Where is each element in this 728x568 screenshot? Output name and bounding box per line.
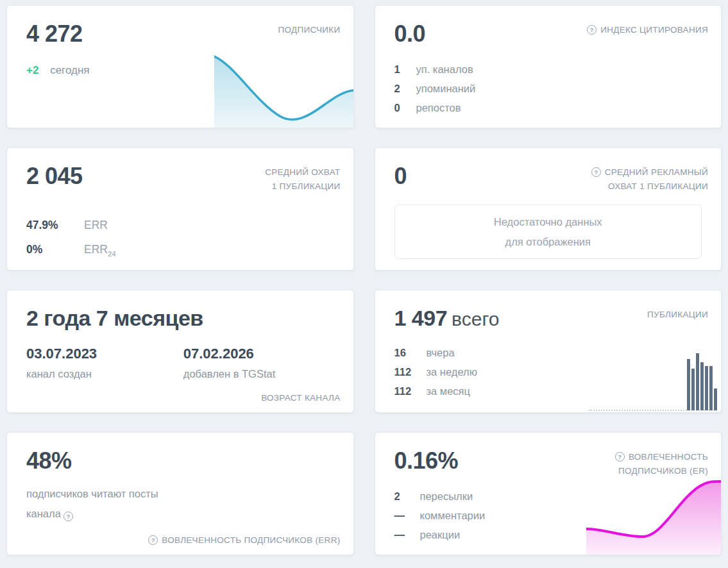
stat-value: 1 [394,63,416,76]
stat-label: за месяц [427,385,470,398]
err-subscript: 24 [108,249,116,257]
subscribers-title-label: ПОДПИСЧИКИ [278,23,340,37]
bar [705,366,708,410]
created-date-column: 03.07.2023 канал создан [26,346,183,380]
channel-dates: 03.07.2023 канал создан 07.02.2026 добав… [26,346,341,380]
card-title-subscribers: ПОДПИСЧИКИ [278,23,340,37]
er-title-line1: ВОВЛЕЧЕННОСТЬ [629,450,708,464]
stat-value: 0 [394,102,416,115]
help-icon[interactable]: ? [148,535,158,545]
card-er: 0.16% ? ВОВЛЕЧЕННОСТЬ ПОДПИСЧИКОВ (ER) 2… [375,432,722,555]
card-title-err: ? ВОВЛЕЧЕННОСТЬ ПОДПИСЧИКОВ (ERR) [148,535,340,545]
card-title-publications: ПУБЛИКАЦИИ [647,308,708,322]
stat-row: 112 за месяц [394,385,709,398]
subscribers-delta-label: сегодня [50,64,89,76]
average-reach-err-stats: 47.9% ERR 0% ERR24 [26,219,341,258]
publications-stats: 16 вчера 112 за неделю 112 за месяц [394,347,709,397]
stat-row: 2 упоминаний [394,83,709,96]
added-date-label: добавлен в TGStat [183,368,341,380]
bar [691,369,695,410]
err-label: ERR [84,219,108,234]
card-title-average-reach: СРЕДНИЙ ОХВАТ 1 ПУБЛИКАЦИИ [265,165,340,193]
average-reach-title-line1: СРЕДНИЙ ОХВАТ [265,165,340,180]
stat-label: пересылки [420,490,473,503]
subscribers-delta-value: +2 [26,64,38,76]
er-sparkline-chart [586,479,721,555]
stat-row: 47.9% ERR [26,219,341,234]
no-data-line1: Недостаточно данных [494,212,602,232]
publications-total-suffix: всего [452,308,499,330]
help-icon[interactable]: ? [615,452,625,462]
stat-value: 2 [394,490,420,503]
stat-value: — [394,510,420,522]
stat-value: 112 [394,366,427,379]
stat-row: 0 репостов [394,102,709,115]
channel-age-title-label: ВОЗРАСТ КАНАЛА [261,393,340,403]
err-percent: 47.9% [26,219,84,234]
err-title-label: ВОВЛЕЧЕННОСТЬ ПОДПИСЧИКОВ (ERR) [162,535,340,545]
card-average-reach: 2 045 СРЕДНИЙ ОХВАТ 1 ПУБЛИКАЦИИ 47.9% E… [6,147,354,271]
bar [696,353,699,410]
added-date-column: 07.02.2026 добавлен в TGStat [183,346,341,380]
err24-label: ERR24 [84,243,116,258]
subscribers-sparkline-chart [214,54,353,128]
help-icon[interactable]: ? [587,25,597,35]
bar [709,366,713,410]
card-citation-index: 0.0 ? ИНДЕКС ЦИТИРОВАНИЯ 1 уп. каналов 2… [375,5,722,128]
average-ad-reach-title-line1: СРЕДНИЙ РЕКЛАМНЫЙ [605,165,708,180]
err-description-line1: подписчиков читают посты [26,484,341,504]
created-date-label: канал создан [26,368,183,380]
stat-label: уп. каналов [416,63,473,76]
stat-row: 0% ERR24 [26,243,341,258]
stat-label: репостов [416,102,461,115]
stat-label: упоминаний [416,83,476,96]
publications-title-label: ПУБЛИКАЦИИ [647,308,708,322]
stat-value: 16 [394,347,427,360]
card-average-ad-reach: 0 ? СРЕДНИЙ РЕКЛАМНЫЙ ОХВАТ 1 ПУБЛИКАЦИИ… [375,147,722,271]
publications-total-value: 1 497 [394,306,448,330]
average-reach-title-line2: 1 ПУБЛИКАЦИИ [265,180,340,194]
stat-value: 2 [394,83,416,96]
card-title-average-ad-reach: ? СРЕДНИЙ РЕКЛАМНЫЙ ОХВАТ 1 ПУБЛИКАЦИИ [591,165,708,193]
bar [714,388,717,410]
card-title-channel-age: ВОЗРАСТ КАНАЛА [261,393,340,403]
stat-label: комментарии [420,510,486,522]
bar [687,359,690,410]
stat-label: реакции [420,529,461,542]
citation-index-stats: 1 уп. каналов 2 упоминаний 0 репостов [394,63,709,114]
card-title-er: ? ВОВЛЕЧЕННОСТЬ ПОДПИСЧИКОВ (ER) [615,450,708,478]
er-sparkline-fill [586,481,721,555]
created-date-value: 03.07.2023 [26,346,183,362]
err-value: 48% [26,448,341,474]
added-date-value: 07.02.2026 [183,346,341,362]
citation-index-title-label: ИНДЕКС ЦИТИРОВАНИЯ [600,23,708,37]
card-channel-age: 2 года 7 месяцев 03.07.2023 канал создан… [6,290,354,413]
card-title-citation-index: ? ИНДЕКС ЦИТИРОВАНИЯ [587,23,708,37]
stat-label: вчера [427,347,455,360]
card-publications: 1 497всего ПУБЛИКАЦИИ 16 вчера 112 за не… [375,290,722,413]
stat-row: 1 уп. каналов [394,63,709,76]
card-subscribers: 4 272 ПОДПИСЧИКИ +2 сегодня [6,5,354,128]
average-ad-reach-title-line2: ОХВАТ 1 ПУБЛИКАЦИИ [591,180,708,194]
channel-age-value: 2 года 7 месяцев [26,306,341,330]
stat-row: 16 вчера [394,347,709,360]
stat-label: за неделю [427,366,478,379]
stat-value: 112 [394,385,427,398]
card-err: 48% подписчиков читают посты канала? ? В… [6,432,354,555]
err-description-line2: канала? [26,504,341,524]
stat-row: 112 за неделю [394,366,709,379]
er-title-line2: ПОДПИСЧИКОВ (ER) [615,464,708,478]
stat-value: — [394,529,420,542]
err24-percent: 0% [26,243,84,258]
help-icon[interactable]: ? [63,512,73,521]
help-icon[interactable]: ? [591,167,601,177]
err-description: подписчиков читают посты канала? [26,484,341,523]
no-data-placeholder: Недостаточно данных для отображения [394,205,702,259]
bar [700,362,704,410]
publications-bar-chart [687,351,717,410]
stats-dashboard: 4 272 ПОДПИСЧИКИ +2 сегодня 0.0 ? ИНДЕКС… [0,0,728,568]
no-data-line2: для отображения [505,232,591,252]
